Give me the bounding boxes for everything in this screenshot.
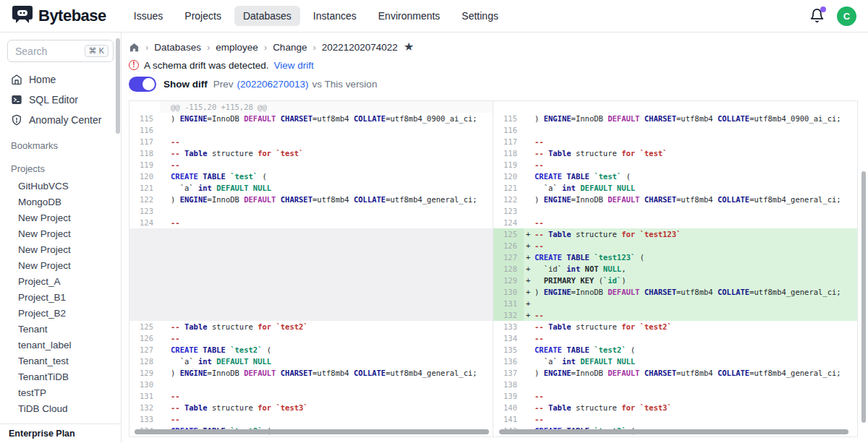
line-number: 123 (129, 205, 160, 217)
line-number: 129 (493, 275, 524, 286)
sidebar-item-project[interactable]: Project_B1 (0, 289, 121, 305)
sidebar-item-project[interactable]: testTP (0, 384, 121, 400)
bytebase-logo-icon (12, 4, 33, 28)
schema-diff-view: @@ -115,20 +115,28 @@115) ENGINE=InnoDB … (129, 100, 858, 437)
sidebar-scrollbar[interactable] (116, 38, 120, 134)
search-input[interactable]: Search ⌘ K (7, 40, 114, 62)
sidebar-item-project[interactable]: tenant_label (0, 337, 121, 353)
diff-marker (524, 147, 535, 159)
diff-row: 119-- (129, 159, 493, 171)
top-nav-items: IssuesProjectsDatabasesInstancesEnvironm… (125, 6, 507, 26)
sidebar-item-project[interactable]: Tenant_test (0, 353, 121, 369)
code-line: -- Table structure for `test2` (171, 321, 493, 332)
sidebar-item-anomaly-center[interactable]: Anomaly Center (0, 110, 121, 130)
line-number: 126 (129, 332, 160, 344)
code-line: ) ENGINE=InnoDB DEFAULT CHARSET=utf8mb4 … (171, 367, 493, 379)
diff-row (129, 298, 493, 309)
line-number (129, 251, 160, 263)
diff-marker (160, 275, 171, 286)
sidebar-item-project[interactable]: MongoDB (0, 194, 121, 210)
line-number: 135 (493, 344, 524, 356)
nav-item-projects[interactable]: Projects (176, 6, 230, 26)
sidebar-item-project[interactable]: Project_A (0, 273, 121, 289)
nav-item-databases[interactable]: Databases (234, 6, 300, 26)
sidebar-item-home[interactable]: Home (0, 69, 121, 90)
breadcrumb-change[interactable]: Change (273, 42, 307, 53)
sidebar-item-sql-editor[interactable]: SQL Editor (0, 90, 121, 110)
code-line: -- (535, 413, 857, 425)
code-line: `id` int NOT NULL, (535, 263, 857, 275)
code-line: ) ENGINE=InnoDB DEFAULT CHARSET=utf8mb4 … (535, 194, 857, 205)
bookmark-star-icon[interactable]: ★ (404, 41, 414, 53)
code-line (535, 124, 857, 136)
code-line: -- (535, 159, 857, 171)
diff-row (129, 309, 493, 321)
brand-name: Bytebase (38, 7, 106, 25)
line-number: 126 (493, 240, 524, 251)
notifications-button[interactable] (809, 8, 825, 24)
line-number (493, 101, 524, 113)
diff-marker (160, 147, 171, 159)
left-pane-hscrollbar[interactable] (135, 429, 489, 434)
breadcrumb-employee[interactable]: employee (216, 42, 258, 53)
line-number: 128 (129, 356, 160, 367)
main-vscrollbar[interactable] (861, 171, 866, 423)
nav-item-instances[interactable]: Instances (305, 6, 365, 26)
right-pane-hscrollbar[interactable] (499, 429, 848, 434)
sidebar-item-project[interactable]: New Project (0, 225, 121, 241)
home-icon[interactable] (129, 42, 140, 53)
line-number (129, 286, 160, 298)
sidebar-section-bookmarks[interactable]: Bookmarks (0, 137, 121, 153)
diff-marker (524, 390, 535, 402)
avatar[interactable]: C (837, 7, 856, 26)
search-placeholder: Search (15, 46, 85, 57)
nav-item-environments[interactable]: Environments (370, 6, 449, 26)
diff-row: 120CREATE TABLE `test` ( (129, 171, 493, 182)
code-line: -- Table structure for `test3` (171, 402, 493, 413)
diff-row: 132-- Table structure for `test3` (129, 402, 493, 413)
diff-row: 127CREATE TABLE `test2` ( (129, 344, 493, 356)
sidebar-item-project[interactable]: New Project (0, 241, 121, 257)
sidebar-item-project[interactable]: New Project (0, 257, 121, 273)
sidebar-item-label: Home (29, 74, 56, 85)
diff-marker: + (524, 309, 535, 321)
nav-item-issues[interactable]: Issues (125, 6, 171, 26)
sidebar-item-label: SQL Editor (29, 94, 78, 106)
sidebar-item-project[interactable]: Project_B2 (0, 305, 121, 321)
diff-marker: + (524, 275, 535, 286)
code-line: `a` int DEFAULT NULL (535, 182, 857, 194)
show-diff-toggle[interactable] (129, 77, 156, 92)
diff-row: 130+) ENGINE=InnoDB DEFAULT CHARSET=utf8… (493, 286, 857, 298)
code-line: -- (171, 217, 493, 228)
diff-row: 124-- (493, 217, 857, 228)
sidebar-section-projects[interactable]: Projects (0, 160, 121, 176)
sidebar-item-project[interactable]: TiDB Cloud (0, 400, 121, 416)
diff-row: 127+CREATE TABLE `test123` ( (493, 251, 857, 263)
line-number (129, 101, 160, 113)
breadcrumb-version[interactable]: 20221202074022 (322, 42, 398, 53)
home-icon (11, 74, 22, 85)
code-line: CREATE TABLE `test2` ( (535, 344, 857, 356)
sidebar-item-project[interactable]: GitHubVCS (0, 178, 121, 194)
line-number: 136 (493, 356, 524, 367)
line-number (129, 298, 160, 309)
breadcrumb-databases[interactable]: Databases (154, 42, 201, 53)
line-number: 130 (493, 286, 524, 298)
line-number (129, 240, 160, 251)
code-line (171, 263, 493, 275)
view-drift-link[interactable]: View drift (274, 60, 314, 71)
diff-row: 128+ `id` int NOT NULL, (493, 263, 857, 275)
code-line (535, 379, 857, 390)
code-line (171, 124, 493, 136)
diff-row: 120CREATE TABLE `test` ( (493, 171, 857, 182)
brand[interactable]: Bytebase (12, 4, 106, 28)
sidebar-item-project[interactable]: TenantTiDB (0, 369, 121, 384)
line-number: 127 (129, 344, 160, 356)
prev-version-link[interactable]: (202206270013) (237, 79, 309, 90)
sidebar-item-project[interactable]: Tenant (0, 321, 121, 337)
diff-row (493, 101, 857, 113)
diff-marker (160, 263, 171, 275)
diff-marker (160, 286, 171, 298)
sidebar-item-project[interactable]: New Project (0, 210, 121, 225)
nav-item-settings[interactable]: Settings (453, 6, 507, 26)
